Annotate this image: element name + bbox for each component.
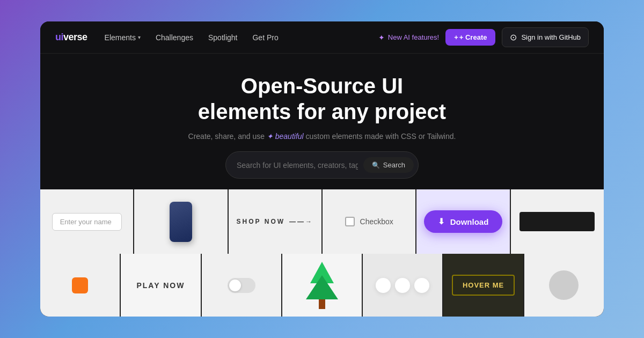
search-icon: 🔍 bbox=[372, 161, 380, 169]
dark-bar-element bbox=[519, 212, 595, 231]
card-orange-dot bbox=[40, 254, 120, 317]
hero-title: Open-Source UI elements for any project bbox=[51, 73, 593, 124]
nav-get-pro[interactable]: Get Pro bbox=[252, 33, 278, 42]
card-checkbox: Checkbox bbox=[323, 189, 415, 254]
github-signin-button[interactable]: ⊙ Sign in with GitHub bbox=[502, 27, 589, 47]
nav-challenges[interactable]: Challenges bbox=[156, 33, 193, 42]
card-dark-bar bbox=[511, 189, 604, 254]
shop-now-text[interactable]: SHOP NOW ——→ bbox=[237, 218, 313, 225]
download-button[interactable]: ⬇ Download bbox=[424, 210, 503, 233]
card-circles bbox=[363, 254, 442, 317]
arrow-icon: ——→ bbox=[289, 218, 313, 225]
sparkle-icon: ✦ bbox=[378, 33, 385, 42]
checkbox-input[interactable] bbox=[345, 217, 355, 226]
circle-1 bbox=[376, 278, 391, 293]
main-window: uiverse Elements ▾ Challenges Spotlight … bbox=[40, 21, 604, 317]
cards-grid-row2: PLAY NOW bbox=[40, 254, 604, 317]
nav-spotlight[interactable]: Spotlight bbox=[208, 33, 237, 42]
ai-badge[interactable]: ✦ New AI features! bbox=[378, 33, 439, 42]
chevron-down-icon: ▾ bbox=[138, 34, 141, 40]
card-download: ⬇ Download bbox=[416, 189, 509, 254]
tree-trunk bbox=[319, 299, 325, 309]
card-hover-me: HOVER ME bbox=[443, 254, 523, 317]
circles-element bbox=[376, 278, 429, 293]
logo-verse: verse bbox=[63, 32, 87, 42]
card-shop-now: SHOP NOW ——→ bbox=[229, 189, 321, 254]
nav-elements[interactable]: Elements ▾ bbox=[105, 33, 141, 42]
circle-3 bbox=[414, 278, 429, 293]
navbar: uiverse Elements ▾ Challenges Spotlight … bbox=[40, 21, 604, 54]
hero-subtitle: Create, share, and use ✦ beautiful custo… bbox=[51, 132, 593, 141]
search-bar: 🔍 Search bbox=[225, 151, 419, 179]
nav-right: ✦ New AI features! + + Create ⊙ Sign in … bbox=[378, 27, 589, 47]
create-button[interactable]: + + Create bbox=[445, 29, 495, 46]
phone-icon bbox=[170, 202, 192, 242]
search-input[interactable] bbox=[237, 161, 358, 170]
outer-background: uiverse Elements ▾ Challenges Spotlight … bbox=[0, 0, 644, 338]
plus-icon: + bbox=[454, 33, 458, 41]
circle-2 bbox=[395, 278, 410, 293]
checkbox-container[interactable]: Checkbox bbox=[345, 217, 393, 226]
card-tree bbox=[282, 254, 362, 317]
download-icon: ⬇ bbox=[438, 217, 445, 226]
tree-mid bbox=[306, 275, 338, 299]
fake-name-input[interactable]: Enter your name bbox=[52, 213, 122, 231]
card-gray-circle bbox=[524, 254, 604, 317]
play-now-text[interactable]: PLAY NOW bbox=[136, 281, 185, 290]
card-toggle bbox=[202, 254, 281, 317]
beautiful-text: ✦ beautiful bbox=[267, 132, 304, 141]
orange-dot-element bbox=[72, 277, 88, 293]
card-play-now: PLAY NOW bbox=[121, 254, 200, 317]
hover-me-button[interactable]: HOVER ME bbox=[452, 275, 515, 296]
ai-badge-label: New AI features! bbox=[388, 33, 439, 41]
hero-section: Open-Source UI elements for any project … bbox=[40, 54, 604, 189]
search-button[interactable]: 🔍 Search bbox=[363, 157, 414, 173]
logo[interactable]: uiverse bbox=[55, 32, 87, 43]
toggle-switch[interactable] bbox=[228, 278, 255, 293]
gray-circle-element bbox=[549, 270, 579, 300]
cards-grid-row1: Enter your name SHOP NOW ——→ Checkbox bbox=[40, 189, 604, 254]
toggle-track[interactable] bbox=[228, 278, 255, 293]
tree-illustration bbox=[306, 262, 338, 309]
card-input: Enter your name bbox=[40, 189, 133, 254]
card-phone bbox=[134, 189, 227, 254]
toggle-thumb bbox=[229, 280, 241, 291]
github-icon: ⊙ bbox=[510, 32, 517, 42]
logo-ui: ui bbox=[55, 32, 63, 42]
nav-links: Elements ▾ Challenges Spotlight Get Pro bbox=[105, 33, 378, 42]
